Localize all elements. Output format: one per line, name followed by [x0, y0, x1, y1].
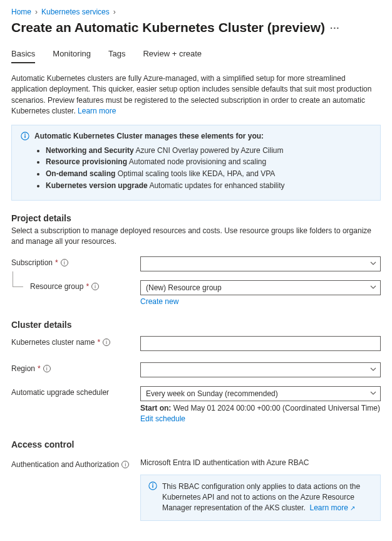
resource-group-dropdown[interactable]: (New) Resource group [140, 280, 381, 295]
cluster-name-input[interactable] [140, 336, 381, 351]
breadcrumb: Home › Kubernetes services › [11, 8, 381, 16]
cluster-details-heading: Cluster details [11, 320, 381, 330]
create-new-link[interactable]: Create new [140, 297, 178, 306]
chevron-down-icon [370, 365, 376, 374]
auth-value: Microsoft Entra ID authentication with A… [140, 458, 381, 467]
info-item: Kubernetes version upgrade Automatic upd… [46, 181, 371, 191]
intro-text: Automatic Kubernetes clusters are fully … [11, 73, 381, 117]
info-icon[interactable]: i [61, 259, 68, 266]
start-on-text: Start on: Wed May 01 2024 00:00 +00:00 (… [140, 404, 381, 412]
svg-point-4 [152, 483, 153, 485]
more-icon[interactable]: ··· [330, 23, 340, 33]
external-link-icon: ↗ [350, 505, 355, 512]
info-icon [148, 481, 157, 490]
project-details-sub: Select a subscription to manage deployed… [11, 226, 381, 248]
resource-group-label: Resource group* i [30, 280, 140, 291]
subscription-label: Subscription* i [11, 256, 140, 267]
page-title: Create an Automatic Kubernetes Cluster (… [11, 20, 381, 35]
info-icon[interactable]: i [103, 339, 110, 346]
cluster-name-label: Kubernetes cluster name* i [11, 336, 140, 347]
info-box: Automatic Kubernetes Cluster manages the… [11, 125, 381, 201]
info-icon[interactable]: i [43, 365, 51, 372]
svg-point-1 [24, 134, 26, 135]
chevron-down-icon [370, 389, 376, 398]
region-label: Region* i [11, 362, 140, 373]
chevron-right-icon: › [35, 8, 38, 16]
breadcrumb-home[interactable]: Home [11, 8, 31, 16]
access-control-heading: Access control [11, 439, 381, 449]
tab-tags[interactable]: Tags [108, 45, 125, 63]
info-icon[interactable]: i [121, 461, 129, 468]
tabs: Basics Monitoring Tags Review + create [11, 45, 381, 63]
svg-rect-5 [152, 485, 153, 487]
svg-rect-2 [24, 135, 25, 137]
region-dropdown[interactable] [140, 362, 381, 377]
edit-schedule-link[interactable]: Edit schedule [140, 414, 185, 423]
upgrade-scheduler-label: Automatic upgrade scheduler [11, 386, 140, 397]
auth-label: Authentication and Authorization i [11, 458, 140, 469]
tab-review-create[interactable]: Review + create [143, 45, 202, 63]
breadcrumb-parent[interactable]: Kubernetes services [41, 8, 110, 16]
chevron-right-icon: › [113, 8, 116, 16]
learn-more-link[interactable]: Learn more [78, 107, 116, 115]
subscription-dropdown[interactable] [140, 256, 381, 271]
chevron-down-icon [370, 260, 376, 268]
rbac-info-box: This RBAC configuration only applies to … [140, 475, 381, 521]
chevron-down-icon [370, 283, 376, 292]
info-icon [21, 132, 29, 140]
tab-basics[interactable]: Basics [11, 45, 35, 63]
rbac-learn-more-link[interactable]: Learn more ↗ [309, 503, 355, 512]
info-item: Networking and Security Azure CNI Overla… [46, 145, 371, 156]
info-icon[interactable]: i [91, 283, 99, 290]
info-item: On-demand scaling Optimal scaling tools … [46, 169, 371, 179]
tab-monitoring[interactable]: Monitoring [53, 45, 91, 63]
info-box-header: Automatic Kubernetes Cluster manages the… [34, 132, 264, 140]
upgrade-scheduler-dropdown[interactable]: Every week on Sunday (recommended) [140, 386, 381, 401]
project-details-heading: Project details [11, 213, 381, 223]
info-item: Resource provisioning Automated node pro… [46, 157, 371, 167]
